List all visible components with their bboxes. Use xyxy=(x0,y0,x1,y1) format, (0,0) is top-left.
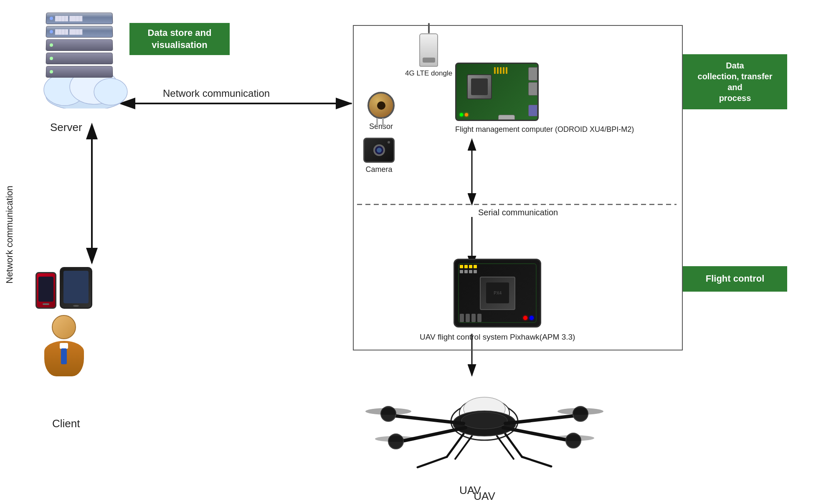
svg-line-35 xyxy=(418,457,447,467)
svg-point-32 xyxy=(375,436,417,442)
network-comm-horizontal-label: Network communication xyxy=(163,88,270,99)
uav-drone: UAV xyxy=(342,375,626,503)
camera-component: Camera xyxy=(363,138,395,174)
data-store-box: Data store and visualisation xyxy=(129,23,230,55)
uav-label: UAV xyxy=(459,484,481,497)
svg-line-37 xyxy=(522,457,551,466)
pixhawk-component: PX4 UAV flight control system Pixhawk(AP… xyxy=(420,259,575,343)
sensor-component: Sensor xyxy=(367,92,395,131)
diagram-container: { "title": "UAV System Architecture Diag… xyxy=(0,0,821,504)
svg-point-31 xyxy=(557,408,603,415)
client-label: Client xyxy=(52,417,80,430)
svg-line-39 xyxy=(497,436,514,459)
server-image: ████ ████ ████ ████ xyxy=(46,13,129,79)
server-label: Server xyxy=(50,121,82,134)
svg-line-36 xyxy=(505,434,522,457)
svg-point-21 xyxy=(461,412,507,429)
svg-point-33 xyxy=(552,435,594,441)
serial-comm-label: Serial communication xyxy=(478,208,558,217)
network-comm-vertical-label: Network communication xyxy=(4,186,15,284)
svg-point-16 xyxy=(94,78,127,105)
svg-line-34 xyxy=(447,434,464,457)
flight-control-box: Flight control xyxy=(683,266,787,292)
svg-point-30 xyxy=(365,408,411,415)
svg-line-38 xyxy=(455,436,472,459)
client-devices xyxy=(35,267,92,376)
flight-mgmt-computer: Flight management computer (ODROID XU4/B… xyxy=(455,63,634,135)
lte-dongle-component: 4G LTE dongle xyxy=(405,33,452,78)
data-collection-box: Data collection, transfer and process xyxy=(683,54,787,109)
